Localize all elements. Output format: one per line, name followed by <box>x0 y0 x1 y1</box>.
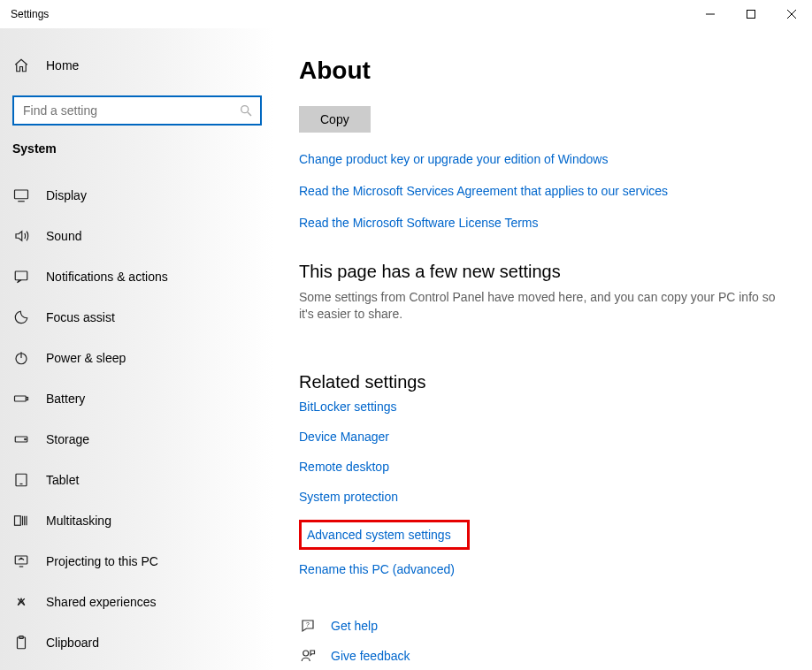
give-feedback-row: Give feedback <box>299 647 780 665</box>
get-help-row: ? Get help <box>299 617 780 635</box>
page-title: About <box>299 57 780 85</box>
link-get-help[interactable]: Get help <box>331 619 378 633</box>
tablet-icon <box>12 471 30 489</box>
svg-text:?: ? <box>306 621 310 628</box>
sidebar: Home System Display <box>0 28 274 670</box>
svg-rect-6 <box>15 190 28 199</box>
svg-rect-11 <box>15 396 27 401</box>
sidebar-item-display[interactable]: Display <box>12 175 262 216</box>
link-system-protection[interactable]: System protection <box>299 490 780 504</box>
svg-rect-8 <box>15 271 27 280</box>
sidebar-item-label: Power & sleep <box>46 351 126 365</box>
sidebar-nav: Display Sound Notifications & actions <box>12 175 262 663</box>
sidebar-item-label: Sound <box>46 229 81 243</box>
svg-point-26 <box>303 651 309 656</box>
power-icon <box>12 349 30 367</box>
link-license-terms[interactable]: Read the Microsoft Software License Term… <box>299 216 780 230</box>
battery-icon <box>12 390 30 407</box>
feedback-icon <box>299 647 317 665</box>
related-settings-list: BitLocker settings Device Manager Remote… <box>299 400 780 576</box>
sidebar-item-storage[interactable]: Storage <box>12 419 262 460</box>
sidebar-item-label: Storage <box>46 432 89 446</box>
link-give-feedback[interactable]: Give feedback <box>331 649 410 663</box>
highlight-advanced-system-settings: Advanced system settings <box>299 520 470 550</box>
sidebar-home[interactable]: Home <box>12 48 262 83</box>
search-input[interactable] <box>21 103 239 118</box>
sidebar-item-label: Projecting to this PC <box>46 554 158 568</box>
link-device-manager[interactable]: Device Manager <box>299 430 780 444</box>
link-advanced-system-settings[interactable]: Advanced system settings <box>307 528 451 542</box>
main-content: About Copy Change product key or upgrade… <box>274 28 812 670</box>
minimize-button[interactable] <box>690 0 731 28</box>
sidebar-section-label: System <box>12 141 262 156</box>
home-icon <box>12 57 30 74</box>
sidebar-item-tablet[interactable]: Tablet <box>12 460 262 500</box>
link-bitlocker-settings[interactable]: BitLocker settings <box>299 400 780 414</box>
notifications-icon <box>12 268 30 286</box>
search-box[interactable] <box>12 95 262 126</box>
sidebar-item-label: Focus assist <box>46 310 115 324</box>
multitasking-icon <box>12 512 30 529</box>
sidebar-home-label: Home <box>46 58 79 72</box>
link-change-product-key[interactable]: Change product key or upgrade your editi… <box>299 152 780 166</box>
sidebar-item-clipboard[interactable]: Clipboard <box>12 622 262 663</box>
sidebar-item-multitasking[interactable]: Multitasking <box>12 500 262 541</box>
close-button[interactable] <box>771 0 812 28</box>
svg-rect-12 <box>27 398 28 400</box>
sidebar-item-notifications[interactable]: Notifications & actions <box>12 256 262 297</box>
title-bar: Settings <box>0 0 812 28</box>
link-remote-desktop[interactable]: Remote desktop <box>299 460 780 474</box>
sidebar-item-label: Multitasking <box>46 514 111 528</box>
sidebar-item-battery[interactable]: Battery <box>12 378 262 419</box>
related-settings-heading: Related settings <box>299 372 780 392</box>
sound-icon <box>12 227 30 245</box>
link-rename-pc-advanced[interactable]: Rename this PC (advanced) <box>299 562 780 576</box>
sidebar-item-label: Shared experiences <box>46 595 157 609</box>
svg-rect-1 <box>747 11 755 19</box>
sidebar-item-label: Notifications & actions <box>46 270 168 284</box>
sidebar-item-label: Clipboard <box>46 636 99 650</box>
new-settings-heading: This page has a few new settings <box>299 262 780 282</box>
svg-point-14 <box>25 438 27 440</box>
sidebar-item-projecting[interactable]: Projecting to this PC <box>12 541 262 582</box>
window-controls <box>690 0 812 28</box>
search-icon <box>239 103 253 118</box>
sidebar-item-focus-assist[interactable]: Focus assist <box>12 297 262 338</box>
sidebar-item-label: Tablet <box>46 473 79 487</box>
clipboard-icon <box>12 634 30 651</box>
svg-line-5 <box>248 112 251 116</box>
sidebar-item-shared-experiences[interactable]: Shared experiences <box>12 582 262 622</box>
new-settings-description: Some settings from Control Panel have mo… <box>299 289 777 323</box>
link-services-agreement[interactable]: Read the Microsoft Services Agreement th… <box>299 184 780 198</box>
focus-assist-icon <box>12 308 30 326</box>
svg-point-4 <box>241 106 249 113</box>
sidebar-item-sound[interactable]: Sound <box>12 216 262 256</box>
sidebar-item-power-sleep[interactable]: Power & sleep <box>12 338 262 378</box>
shared-experiences-icon <box>12 593 30 611</box>
sidebar-item-label: Display <box>46 188 87 202</box>
copy-button[interactable]: Copy <box>299 106 371 133</box>
display-icon <box>12 187 30 204</box>
maximize-button[interactable] <box>731 0 771 28</box>
get-help-icon: ? <box>299 617 317 635</box>
window-title: Settings <box>11 8 49 20</box>
projecting-icon <box>12 552 30 570</box>
storage-icon <box>12 430 30 448</box>
svg-rect-17 <box>15 516 21 526</box>
svg-rect-21 <box>15 556 27 564</box>
sidebar-item-label: Battery <box>46 392 85 406</box>
